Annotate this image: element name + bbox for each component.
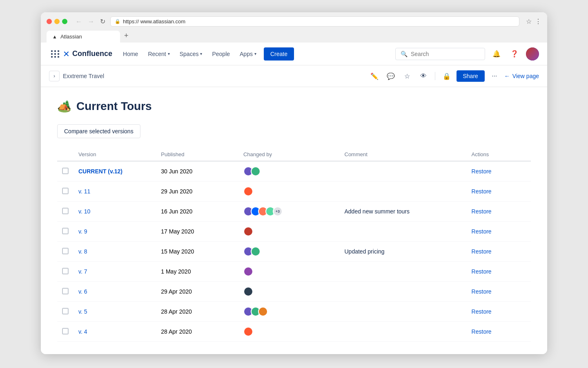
avatars-group [243,247,335,256]
table-row: CURRENT (v.12) 30 Jun 2020 Restore [57,161,531,182]
version-checkbox[interactable] [62,248,69,254]
restore-button[interactable]: Restore [472,288,492,295]
version-link[interactable]: v. 4 [78,328,87,335]
version-checkbox[interactable] [62,268,69,274]
version-link[interactable]: v. 7 [78,268,87,275]
grid-dot [51,53,53,55]
user-avatar[interactable] [526,47,539,61]
view-page-label: View page [512,73,539,79]
versions-table: Version Published Changed by Comment Act [57,148,531,342]
compare-versions-label: Compare selected versions [64,128,134,135]
published-date: 30 Jun 2020 [161,168,192,175]
toolbar-actions: ✏️ 💬 ☆ 👁 🔒 Share ··· ← View page [368,70,539,83]
star-button[interactable]: ☆ [401,70,414,83]
restrict-button[interactable]: 🔒 [440,70,453,83]
maximize-traffic-light[interactable] [62,19,67,24]
version-link[interactable]: v. 8 [78,248,87,255]
menu-button[interactable]: ⋮ [535,18,541,25]
version-checkbox[interactable] [62,288,69,294]
restore-button[interactable]: Restore [472,228,492,235]
version-checkbox[interactable] [62,328,69,334]
people-label: People [212,51,230,57]
tab-bar: ▲ Atlassian + [47,30,541,43]
grid-dot [58,56,59,58]
create-button[interactable]: Create [264,47,294,61]
lock-icon: 🔒 [115,19,120,24]
th-actions: Actions [467,148,531,161]
active-tab[interactable]: ▲ Atlassian [47,31,120,43]
view-page-button[interactable]: ← View page [504,73,539,79]
table-row: v. 11 29 Jun 2020 Restore [57,182,531,202]
logo-text: Confluence [72,49,112,58]
help-button[interactable]: ❓ [508,47,521,61]
minimize-traffic-light[interactable] [54,19,60,24]
avatars-group [243,307,335,316]
grid-dot [54,56,56,58]
avatar-image [526,47,539,61]
sidebar-toggle-button[interactable]: › [49,71,60,81]
forward-button[interactable]: → [86,17,96,26]
nav-home[interactable]: Home [119,47,142,61]
table-row: v. 5 28 Apr 2020 Restore [57,302,531,322]
restore-button[interactable]: Restore [472,268,492,275]
version-link[interactable]: CURRENT (v.12) [78,168,122,175]
back-button[interactable]: ← [74,17,84,26]
search-box[interactable]: 🔍 [395,48,485,60]
version-checkbox[interactable] [62,228,69,234]
comment-text: Updated pricing [345,248,385,255]
more-button[interactable]: ··· [488,70,501,83]
nav-people[interactable]: People [208,47,234,61]
restore-button[interactable]: Restore [472,208,492,215]
avatar [258,307,268,316]
avatars-group [243,227,335,236]
reload-button[interactable]: ↻ [98,17,107,26]
browser-chrome: ← → ↻ 🔒 https:// www.atlassian.com ☆ ⋮ ▲… [41,12,547,43]
restore-button[interactable]: Restore [472,188,492,195]
nav-spaces[interactable]: Spaces ▾ [176,47,207,61]
nav-right: 🔍 🔔 ❓ [395,47,539,61]
version-link[interactable]: v. 5 [78,308,87,315]
close-traffic-light[interactable] [47,19,52,24]
watch-button[interactable]: 👁 [417,70,430,83]
version-checkbox[interactable] [62,168,69,174]
version-link[interactable]: v. 11 [78,188,90,195]
search-input[interactable] [411,51,480,57]
nav-logo[interactable]: ✕ Confluence [63,49,112,59]
restore-button[interactable]: Restore [472,328,492,335]
published-date: 29 Jun 2020 [161,188,192,195]
apps-chevron-icon: ▾ [254,52,256,56]
version-checkbox[interactable] [62,208,69,214]
published-date: 16 Jun 2020 [161,208,192,215]
avatars-group: +3 [243,206,335,216]
nav-apps[interactable]: Apps ▾ [236,47,261,61]
version-link[interactable]: v. 6 [78,288,87,295]
restore-button[interactable]: Restore [472,168,492,175]
traffic-lights [47,19,67,24]
version-checkbox[interactable] [62,308,69,314]
version-link[interactable]: v. 9 [78,228,87,235]
avatars-group [243,186,335,196]
version-checkbox[interactable] [62,188,69,194]
avatar [243,267,253,276]
restore-button[interactable]: Restore [472,248,492,255]
version-link[interactable]: v. 10 [78,208,90,215]
restore-button[interactable]: Restore [472,308,492,315]
notifications-button[interactable]: 🔔 [490,47,503,61]
bookmark-button[interactable]: ☆ [526,18,532,25]
edit-button[interactable]: ✏️ [368,70,381,83]
share-button[interactable]: Share [457,70,485,82]
nav-recent[interactable]: Recent ▾ [144,47,174,61]
grid-dot [58,50,59,52]
avatars-group [243,327,335,337]
comment-button[interactable]: 💬 [384,70,397,83]
address-bar[interactable]: 🔒 https:// www.atlassian.com [110,16,519,27]
browser-nav: ← → ↻ [74,17,107,26]
grid-dot [51,50,53,52]
table-body: CURRENT (v.12) 30 Jun 2020 Restore [57,161,531,342]
tab-favicon: ▲ [52,34,57,40]
grid-menu-button[interactable] [49,48,61,60]
published-date: 29 Apr 2020 [161,288,192,295]
compare-versions-button[interactable]: Compare selected versions [57,124,140,138]
avatar [243,227,253,236]
new-tab-button[interactable]: + [121,30,132,42]
